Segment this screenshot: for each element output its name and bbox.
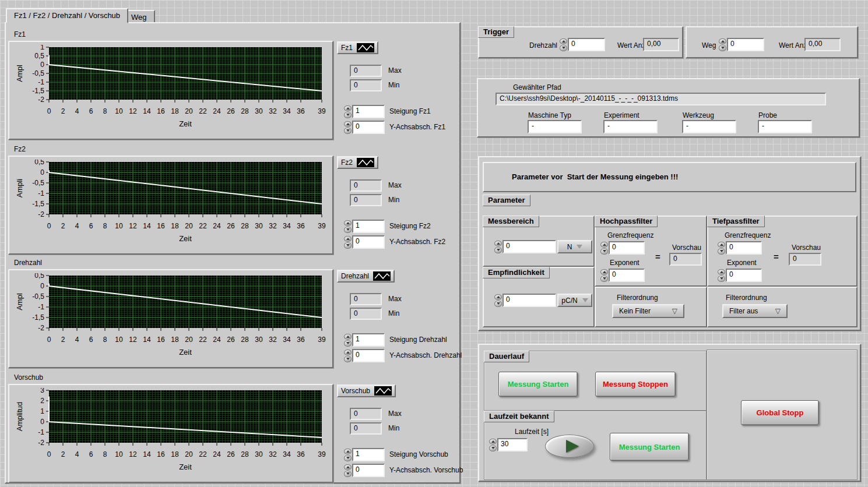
trigger-weg-control[interactable]: 0	[719, 38, 764, 51]
waveform-graph-panel: 024681012141618202224262830323436390,50-…	[8, 269, 333, 368]
svg-text:20: 20	[185, 222, 193, 230]
increment-icon[interactable]	[344, 220, 352, 227]
decrement-icon[interactable]	[344, 356, 352, 362]
equals-sign: =	[774, 252, 779, 262]
decrement-icon[interactable]	[344, 242, 352, 249]
svg-text:6: 6	[89, 450, 93, 458]
exponent-value[interactable]: 0	[609, 269, 645, 282]
tab-fz1-fz2-drehzahl-vorschub[interactable]: Fz1 / Fz2 / Drehzahl / Vorschub	[6, 8, 128, 23]
achsabsch-control[interactable]: 0	[344, 235, 385, 249]
messbereich-unit-dropdown[interactable]: N	[557, 240, 592, 253]
svg-text:-1: -1	[38, 78, 44, 86]
min-indicator: 0	[350, 422, 382, 435]
messung-starten-button[interactable]: Messung Starten	[498, 372, 578, 397]
decrement-icon[interactable]	[344, 128, 352, 134]
decrement-icon[interactable]	[719, 45, 726, 51]
decrement-icon[interactable]	[344, 112, 352, 118]
messbereich-value[interactable]: 0	[502, 240, 556, 253]
steigung-value[interactable]: 1	[352, 448, 385, 461]
empfindlichkeit-unit-dropdown[interactable]: pC/N	[557, 294, 592, 307]
decrement-icon[interactable]	[600, 248, 608, 255]
trigger-weg-value[interactable]: 0	[727, 38, 764, 51]
empfindlichkeit-value[interactable]: 0	[502, 294, 556, 307]
plot-legend[interactable]: Fz2	[337, 156, 378, 169]
increment-icon[interactable]	[344, 334, 352, 340]
achsabsch-value[interactable]: 0	[352, 349, 385, 362]
increment-icon[interactable]	[489, 439, 497, 445]
increment-icon[interactable]	[344, 350, 352, 356]
decrement-icon[interactable]	[718, 276, 725, 282]
trigger-drehzahl-value[interactable]: 0	[568, 38, 605, 51]
svg-text:0: 0	[47, 107, 51, 115]
achsabsch-value[interactable]: 0	[352, 235, 385, 249]
increment-icon[interactable]	[344, 121, 352, 128]
steigung-value[interactable]: 1	[352, 333, 385, 347]
laufzeit-control[interactable]: 30	[489, 438, 528, 451]
decrement-icon[interactable]	[344, 340, 352, 347]
decrement-icon[interactable]	[600, 276, 608, 282]
increment-icon[interactable]	[718, 242, 725, 248]
run-toggle-button[interactable]	[545, 435, 594, 458]
decrement-icon[interactable]	[560, 45, 567, 51]
exponent-value[interactable]: 0	[726, 269, 762, 282]
probe-field[interactable]: -	[758, 120, 812, 133]
trigger-drehzahl-control[interactable]: 0	[560, 38, 605, 51]
plot-legend[interactable]: Drehzahl	[337, 270, 395, 283]
laufzeit-value[interactable]: 30	[497, 438, 528, 451]
grenzfrequenz-value[interactable]: 0	[726, 241, 762, 255]
exponent-control[interactable]: 0	[600, 269, 645, 282]
min-label: Min	[388, 81, 399, 89]
increment-icon[interactable]	[344, 236, 352, 242]
experiment-field[interactable]: -	[603, 120, 658, 133]
decrement-icon[interactable]	[344, 455, 352, 461]
decrement-icon[interactable]	[344, 471, 352, 477]
grenzfrequenz-control[interactable]: 0	[718, 241, 762, 255]
increment-icon[interactable]	[719, 38, 726, 45]
min-label: Min	[388, 424, 399, 432]
svg-text:32: 32	[269, 222, 277, 230]
increment-icon[interactable]	[344, 464, 352, 471]
grenzfrequenz-value[interactable]: 0	[609, 241, 645, 255]
svg-text:Amplitud: Amplitud	[15, 402, 24, 432]
decrement-icon[interactable]	[489, 445, 497, 451]
vorschau-label: Vorschau	[672, 244, 701, 252]
increment-icon[interactable]	[344, 449, 352, 455]
increment-icon[interactable]	[560, 38, 567, 45]
grenzfrequenz-control[interactable]: 0	[600, 241, 645, 255]
steigung-control[interactable]: 1	[344, 105, 385, 118]
messung-stoppen-button[interactable]: Messung Stoppen	[595, 372, 676, 397]
decrement-icon[interactable]	[344, 227, 352, 233]
exponent-control[interactable]: 0	[718, 269, 762, 282]
decrement-icon[interactable]	[494, 301, 502, 307]
global-stopp-button[interactable]: Global Stopp	[741, 400, 819, 425]
steigung-control[interactable]: 1	[344, 333, 385, 347]
achsabsch-value[interactable]: 0	[352, 121, 385, 134]
steigung-value[interactable]: 1	[352, 220, 385, 233]
max-label: Max	[388, 181, 402, 189]
messung-starten-button-2[interactable]: Messung Starten	[610, 433, 689, 461]
werkzeug-field[interactable]: -	[682, 120, 736, 133]
increment-icon[interactable]	[718, 269, 725, 276]
steigung-value[interactable]: 1	[352, 105, 385, 118]
steigung-control[interactable]: 1	[344, 220, 385, 233]
hochpass-filterordnung-dropdown[interactable]: Kein Filter ▽	[612, 304, 684, 318]
achsabsch-control[interactable]: 0	[344, 464, 385, 477]
steigung-control[interactable]: 1	[344, 448, 385, 461]
achsabsch-value[interactable]: 0	[352, 464, 385, 477]
messbereich-control[interactable]: 0	[494, 240, 556, 253]
maschine-typ-field[interactable]: -	[528, 120, 582, 133]
increment-icon[interactable]	[494, 241, 502, 247]
empfindlichkeit-control[interactable]: 0	[494, 294, 556, 307]
decrement-icon[interactable]	[494, 247, 502, 253]
achsabsch-control[interactable]: 0	[344, 121, 385, 134]
plot-legend[interactable]: Vorschub	[337, 384, 396, 397]
increment-icon[interactable]	[600, 269, 608, 276]
increment-icon[interactable]	[344, 105, 352, 112]
increment-icon[interactable]	[494, 294, 502, 301]
decrement-icon[interactable]	[718, 248, 725, 255]
plot-legend[interactable]: Fz1	[337, 41, 378, 54]
tiefpass-filterordnung-dropdown[interactable]: Filter aus ▽	[722, 304, 788, 318]
increment-icon[interactable]	[600, 242, 608, 248]
achsabsch-control[interactable]: 0	[344, 349, 385, 362]
graph-title: Fz1	[14, 30, 26, 38]
